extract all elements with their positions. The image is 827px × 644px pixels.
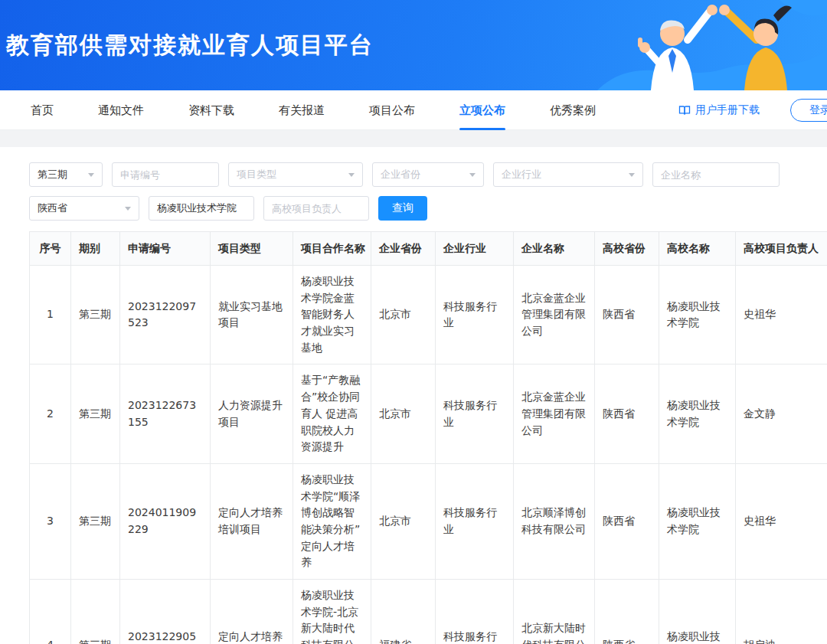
table-cell: 3 — [30, 463, 71, 579]
table-cell: 科技服务行业 — [436, 364, 514, 463]
table-cell: 杨凌职业技术学院 — [659, 364, 736, 463]
enterprise-industry-select[interactable]: 企业行业 — [493, 162, 643, 187]
table-cell: 基于“产教融合”校企协同育人 促进高职院校人力资源提升 — [293, 364, 371, 463]
enterprise-name-input[interactable] — [652, 162, 780, 187]
table-cell: 人力资源提升项目 — [211, 364, 293, 463]
table-cell: 科技服务行业 — [436, 463, 514, 579]
period-select[interactable]: 第三期 — [29, 162, 103, 187]
filter-row-1: 第三期 项目类型 企业省份 企业行业 — [29, 162, 827, 187]
table-row: 3 第三期 2024011909229 定向人才培养培训项目 杨凌职业技术学院“… — [30, 463, 827, 579]
nav-item-project-announcement[interactable]: 项目公布 — [369, 90, 415, 130]
chevron-down-icon — [348, 173, 355, 177]
col-header-project-type: 项目类型 — [211, 232, 293, 266]
table-cell: 陕西省 — [595, 266, 659, 364]
table-cell: 史祖华 — [736, 266, 827, 364]
col-header-enterprise-name: 企业名称 — [514, 232, 595, 266]
book-icon — [678, 104, 691, 116]
table-cell: 科技服务行业 — [436, 580, 514, 644]
table-cell: 陕西省 — [595, 364, 659, 463]
enterprise-province-select[interactable]: 企业省份 — [372, 162, 484, 187]
table-cell: 2024011909229 — [120, 463, 211, 579]
period-select-value: 第三期 — [38, 168, 67, 181]
results-table-wrap: 序号 期别 申请编号 项目类型 项目合作名称 企业省份 企业行业 企业名称 高校… — [29, 231, 827, 644]
university-province-value: 陕西省 — [38, 201, 67, 215]
table-cell: 2023122097523 — [120, 266, 211, 364]
enterprise-industry-placeholder: 企业行业 — [502, 168, 541, 181]
table-cell: 杨凌职业技术学院 — [659, 266, 736, 364]
col-header-index: 序号 — [30, 232, 71, 266]
table-cell: 北京市 — [371, 364, 436, 463]
col-header-university-name: 高校名称 — [659, 232, 736, 266]
table-cell: 1 — [30, 266, 71, 364]
divider-band — [0, 130, 827, 147]
table-cell: 北京新大陆时代科技有限公司 — [514, 580, 595, 644]
table-cell: 陕西省 — [595, 580, 659, 644]
chevron-down-icon — [469, 173, 476, 177]
col-header-period: 期别 — [71, 232, 120, 266]
table-cell: 第三期 — [71, 364, 120, 463]
col-header-project-name: 项目合作名称 — [293, 232, 371, 266]
main-nav: 首页 通知文件 资料下载 有关报道 项目公布 立项公布 优秀案例 用户手册下载 … — [0, 90, 827, 130]
col-header-university-leader: 高校项目负责人 — [736, 232, 827, 266]
table-cell: 2023122905190 — [120, 580, 211, 644]
project-type-placeholder: 项目类型 — [237, 168, 276, 181]
content-area: 第三期 项目类型 企业省份 企业行业 陕西省 — [0, 147, 827, 644]
banner: 教育部供需对接就业育人项目平台 — [0, 0, 827, 90]
table-cell: 北京市 — [371, 266, 436, 364]
col-header-enterprise-industry: 企业行业 — [436, 232, 514, 266]
table-cell: 定向人才培养培训项目 — [211, 463, 293, 579]
university-leader-input[interactable] — [263, 196, 369, 221]
table-cell: 2023122673155 — [120, 364, 211, 463]
nav-item-home[interactable]: 首页 — [31, 90, 54, 130]
table-cell: 就业实习基地项目 — [211, 266, 293, 364]
table-cell: 4 — [30, 580, 71, 644]
page: 教育部供需对接就业育人项目平台 首页 通知文件 资料下载 有关 — [0, 0, 827, 644]
table-cell: 福建省 — [371, 580, 436, 644]
university-province-select[interactable]: 陕西省 — [29, 196, 139, 221]
results-table: 序号 期别 申请编号 项目类型 项目合作名称 企业省份 企业行业 企业名称 高校… — [29, 231, 827, 644]
table-cell: 史祖华 — [736, 463, 827, 579]
university-name-input[interactable] — [149, 196, 254, 221]
filter-row-2: 陕西省 查询 — [29, 196, 827, 221]
col-header-application-no: 申请编号 — [120, 232, 211, 266]
table-header-row: 序号 期别 申请编号 项目类型 项目合作名称 企业省份 企业行业 企业名称 高校… — [30, 232, 827, 266]
user-manual-label: 用户手册下载 — [695, 103, 760, 117]
nav-item-downloads[interactable]: 资料下载 — [188, 90, 234, 130]
nav-item-excellent-cases[interactable]: 优秀案例 — [550, 90, 596, 130]
table-cell: 科技服务行业 — [436, 266, 514, 364]
project-type-select[interactable]: 项目类型 — [228, 162, 363, 187]
nav-item-reports[interactable]: 有关报道 — [279, 90, 325, 130]
nav-item-approval-announcement[interactable]: 立项公布 — [459, 90, 505, 130]
chevron-down-icon — [88, 173, 94, 177]
table-cell: 第三期 — [71, 463, 120, 579]
nav-item-notices[interactable]: 通知文件 — [98, 90, 144, 130]
col-header-university-province: 高校省份 — [595, 232, 659, 266]
table-cell: 金文静 — [736, 364, 827, 463]
table-cell: 杨凌职业技术学院 — [659, 463, 736, 579]
table-cell: 杨凌职业技术学院“顺泽博创战略智能决策分析”定向人才培养 — [293, 463, 371, 579]
col-header-enterprise-province: 企业省份 — [371, 232, 436, 266]
nav-right: 用户手册下载 登录 — [678, 90, 827, 130]
table-cell: 胡启迪 — [736, 580, 827, 644]
table-cell: 第三期 — [71, 266, 120, 364]
table-cell: 定向人才培养培训项目 — [211, 580, 293, 644]
table-row: 2 第三期 2023122673155 人力资源提升项目 基于“产教融合”校企协… — [30, 364, 827, 463]
search-button[interactable]: 查询 — [378, 196, 427, 221]
table-cell: 第三期 — [71, 580, 120, 644]
application-no-input[interactable] — [112, 162, 219, 187]
table-cell: 杨凌职业技术学院 — [659, 580, 736, 644]
table-row: 4 第三期 2023122905190 定向人才培养培训项目 杨凌职业技术学院-… — [30, 580, 827, 644]
enterprise-province-placeholder: 企业省份 — [381, 168, 420, 181]
table-cell: 北京金蓝企业管理集团有限公司 — [514, 266, 595, 364]
highfive-illustration — [574, 0, 827, 90]
login-button[interactable]: 登录 — [790, 99, 827, 122]
table-cell: 北京市 — [371, 463, 436, 579]
platform-title: 教育部供需对接就业育人项目平台 — [0, 30, 374, 61]
chevron-down-icon — [125, 207, 131, 211]
chevron-down-icon — [629, 173, 635, 177]
table-cell: 2 — [30, 364, 71, 463]
user-manual-download-link[interactable]: 用户手册下载 — [678, 103, 760, 117]
table-cell: 北京金蓝企业管理集团有限公司 — [514, 364, 595, 463]
table-row: 1 第三期 2023122097523 就业实习基地项目 杨凌职业技术学院金蓝智… — [30, 266, 827, 364]
table-cell: 北京顺泽博创科技有限公司 — [514, 463, 595, 579]
